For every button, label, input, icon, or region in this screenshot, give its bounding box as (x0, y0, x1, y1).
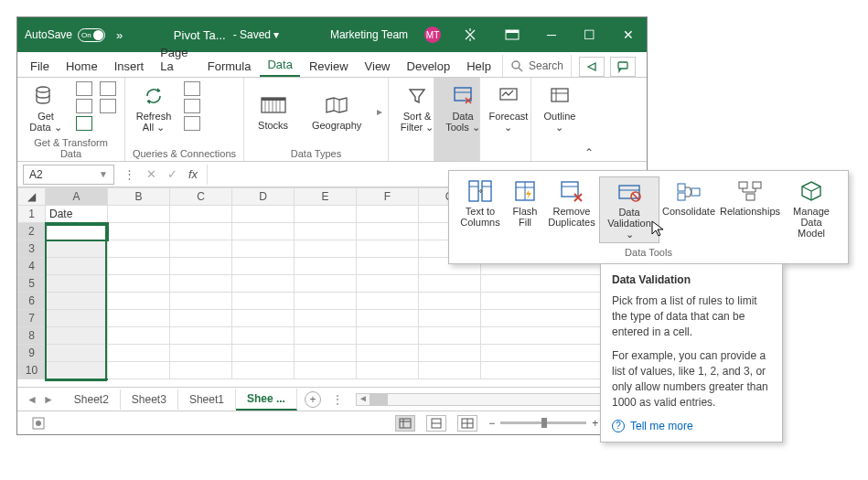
row-header[interactable]: 6 (18, 293, 46, 310)
zoom-in-icon[interactable]: + (592, 417, 598, 430)
fx-icon[interactable]: fx (188, 167, 198, 181)
database-icon (31, 83, 60, 109)
page-break-view-button[interactable] (457, 415, 477, 432)
tab-developer[interactable]: Develop (400, 55, 458, 77)
forecast-icon (494, 83, 523, 109)
ribbon-display-icon[interactable] (499, 29, 525, 40)
share-button[interactable] (579, 57, 605, 77)
macro-record-icon[interactable] (32, 417, 48, 430)
name-box[interactable]: A2 ▼ (23, 165, 114, 185)
add-sheet-button[interactable]: + (305, 391, 321, 408)
tab-insert[interactable]: Insert (107, 55, 152, 77)
tab-view[interactable]: View (358, 55, 398, 77)
maximize-button[interactable]: ☐ (578, 27, 601, 42)
enter-formula-icon[interactable]: ✓ (167, 167, 177, 181)
tab-review[interactable]: Review (302, 55, 356, 77)
consolidate-button[interactable]: Consolidate (659, 176, 718, 243)
manage-data-model-button[interactable]: Manage Data Model (782, 176, 841, 243)
sheet-prev-icon[interactable]: ◄ (27, 393, 38, 406)
row-header[interactable]: 1 (18, 206, 46, 223)
from-table-icon[interactable] (76, 116, 92, 131)
row-header[interactable]: 2 (18, 223, 46, 240)
sheet-tab[interactable]: Sheet1 (178, 389, 236, 410)
get-data-button[interactable]: Get Data ⌄ (23, 81, 69, 135)
relationships-icon (734, 178, 766, 204)
search-box[interactable]: Search (502, 55, 572, 77)
col-header-e[interactable]: E (295, 188, 357, 206)
qat-overflow-icon[interactable]: » (116, 28, 123, 42)
tab-file[interactable]: File (23, 55, 57, 77)
paint-format-icon[interactable] (457, 27, 483, 42)
existing-connections-icon[interactable] (100, 99, 116, 113)
flash-fill-button[interactable]: Flash Fill (506, 176, 544, 243)
col-header-c[interactable]: C (170, 188, 232, 206)
zoom-out-icon[interactable]: − (488, 417, 495, 430)
saved-indicator[interactable]: - Saved ▾ (233, 28, 280, 41)
sort-filter-button[interactable]: Sort & Filter ⌄ (394, 81, 440, 135)
collapse-ribbon-icon[interactable]: ⌃ (579, 143, 599, 161)
edit-links-icon[interactable] (184, 116, 200, 131)
sheet-tab[interactable]: Sheet3 (121, 389, 178, 410)
from-web-icon[interactable] (76, 99, 92, 113)
sheet-tab[interactable]: Sheet2 (63, 389, 121, 410)
tab-page-layout[interactable]: Page La (153, 41, 198, 77)
cancel-formula-icon[interactable]: ✕ (146, 167, 156, 181)
tab-help[interactable]: Help (459, 55, 498, 77)
label: Flash Fill (513, 206, 538, 228)
normal-view-button[interactable] (395, 415, 415, 432)
sheet-next-icon[interactable]: ► (43, 393, 54, 406)
col-header-b[interactable]: B (108, 188, 170, 206)
sort-filter-label: Sort & Filter ⌄ (401, 111, 434, 133)
tab-data[interactable]: Data (260, 53, 299, 77)
tab-formulas[interactable]: Formula (200, 55, 259, 77)
row-header[interactable]: 4 (18, 258, 46, 275)
data-validation-button[interactable]: Data Validation ⌄ (599, 176, 659, 243)
outline-button[interactable]: Outline ⌄ (537, 81, 583, 135)
autosave-control[interactable]: AutoSave On (25, 28, 105, 42)
remove-duplicates-button[interactable]: Remove Duplicates (544, 176, 599, 243)
svg-point-2 (512, 61, 520, 69)
status-bar: − + 100% (17, 411, 647, 434)
select-all-corner[interactable]: ◢ (18, 188, 46, 206)
row-header[interactable]: 7 (18, 310, 46, 327)
properties-icon[interactable] (184, 99, 200, 113)
cell-a2-active[interactable] (46, 223, 108, 240)
queries-icon[interactable] (184, 81, 200, 96)
row-header[interactable]: 3 (18, 240, 46, 258)
data-tools-button[interactable]: Data Tools ⌄ (440, 81, 486, 135)
fbar-dots-icon[interactable]: ⋮ (123, 167, 135, 181)
row-header[interactable]: 10 (18, 362, 46, 379)
refresh-all-button[interactable]: Refresh All ⌄ (131, 81, 177, 135)
cell-a1[interactable]: Date (46, 206, 108, 223)
close-button[interactable]: ✕ (617, 27, 639, 42)
svg-rect-8 (455, 88, 471, 101)
sheet-tab-active[interactable]: Shee ... (236, 389, 297, 411)
from-text-icon[interactable] (76, 81, 92, 96)
text-to-columns-button[interactable]: Text to Columns (455, 176, 506, 243)
tell-me-more-link[interactable]: ? Tell me more (612, 420, 771, 432)
stocks-button[interactable]: Stocks (250, 91, 296, 133)
col-header-d[interactable]: D (232, 188, 295, 206)
autosave-state: On (80, 31, 93, 39)
avatar[interactable]: MT (424, 27, 441, 43)
data-tools-icon (448, 83, 477, 109)
sheet-menu-dots[interactable]: ⋮ (328, 393, 347, 406)
row-header[interactable]: 5 (18, 275, 46, 293)
horizontal-scrollbar[interactable]: ◄► (356, 393, 638, 406)
geography-button[interactable]: Geography (309, 91, 364, 133)
text-to-columns-icon (465, 178, 496, 204)
col-header-f[interactable]: F (357, 188, 419, 206)
row-header[interactable]: 8 (18, 327, 46, 345)
autosave-toggle[interactable]: On (78, 28, 105, 42)
col-header-a[interactable]: A (46, 188, 108, 206)
recent-sources-icon[interactable] (100, 81, 116, 96)
relationships-button[interactable]: Relationships (718, 176, 782, 243)
stocks-icon (259, 92, 288, 118)
row-header[interactable]: 9 (18, 345, 46, 362)
comments-button[interactable] (610, 57, 636, 77)
zoom-slider[interactable]: − + (488, 417, 598, 430)
page-layout-view-button[interactable] (426, 415, 446, 432)
forecast-button[interactable]: Forecast ⌄ (486, 81, 531, 135)
tab-home[interactable]: Home (59, 55, 105, 77)
minimize-button[interactable]: ─ (541, 27, 562, 42)
